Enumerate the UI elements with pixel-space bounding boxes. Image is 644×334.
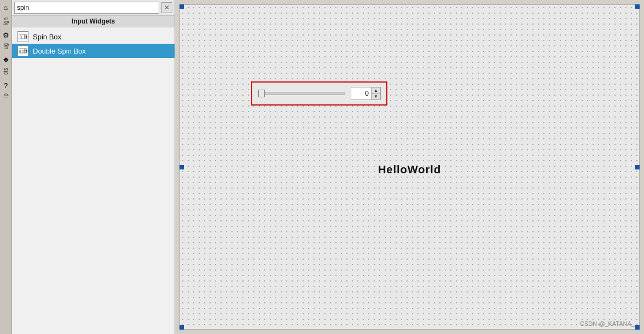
corner-handle-br[interactable] bbox=[635, 325, 640, 330]
watermark: CSDN @_KATANA_ bbox=[580, 320, 635, 327]
corner-handle-tl[interactable] bbox=[179, 4, 184, 9]
corner-handle-tr[interactable] bbox=[635, 4, 640, 9]
spinbox-icon: 0 ▲ ▼ bbox=[18, 31, 28, 42]
widget-item-double-spinbox-label: Double Spin Box bbox=[33, 47, 86, 55]
spinbox-up-button[interactable]: ▲ bbox=[372, 87, 380, 94]
search-input[interactable] bbox=[14, 2, 159, 14]
objects-icon[interactable]: ❖ bbox=[1, 54, 11, 65]
slider-track[interactable] bbox=[258, 92, 345, 95]
widget-item-spinbox[interactable]: 0 ▲ ▼ Spin Box bbox=[12, 30, 175, 44]
design-label[interactable]: ign bbox=[2, 15, 10, 27]
sidebar-icons-panel: ⌂ ign ⚙ ug ❖ cts ? lp bbox=[0, 0, 12, 334]
sidebar-help-group: ? lp bbox=[0, 79, 11, 100]
widget-panel: ✕ Input Widgets 0 ▲ ▼ Spin Box bbox=[12, 0, 175, 334]
svg-text:▼: ▼ bbox=[26, 36, 28, 39]
search-clear-button[interactable]: ✕ bbox=[161, 2, 172, 13]
svg-text:0: 0 bbox=[20, 35, 22, 39]
svg-text:▼: ▼ bbox=[26, 50, 28, 54]
spinbox-buttons: ▲ ▼ bbox=[371, 87, 380, 99]
search-bar: ✕ bbox=[12, 0, 175, 16]
spinbox-widget: ▲ ▼ bbox=[351, 87, 381, 100]
debug-label[interactable]: ug bbox=[2, 41, 10, 51]
help-label[interactable]: lp bbox=[2, 91, 10, 100]
home-icon[interactable]: ⌂ bbox=[1, 2, 11, 13]
gear-icon[interactable]: ⚙ bbox=[1, 30, 11, 40]
spinbox-down-button[interactable]: ▼ bbox=[372, 94, 380, 100]
sidebar-debug-group: ⚙ ug bbox=[0, 29, 11, 51]
category-header: Input Widgets bbox=[12, 16, 175, 27]
widget-list: 0 ▲ ▼ Spin Box 0.0 ▲ ▼ Do bbox=[12, 27, 175, 60]
help-icon[interactable]: ? bbox=[1, 80, 11, 91]
edge-handle-left[interactable] bbox=[179, 165, 184, 169]
edge-handle-right[interactable] bbox=[635, 165, 640, 169]
slider-thumb[interactable] bbox=[258, 90, 265, 97]
spinbox-input[interactable] bbox=[351, 87, 371, 99]
widget-item-double-spinbox[interactable]: 0.0 ▲ ▼ Double Spin Box bbox=[12, 44, 175, 58]
sidebar-objects-group: ❖ cts bbox=[0, 54, 11, 77]
objects-label[interactable]: cts bbox=[2, 66, 10, 77]
sidebar-home-group: ⌂ bbox=[0, 1, 11, 13]
double-spinbox-icon: 0.0 ▲ ▼ bbox=[18, 45, 28, 56]
canvas-widget-container: ▲ ▼ bbox=[251, 81, 387, 106]
sidebar-design-group: ign bbox=[0, 15, 11, 27]
main-area: ▲ ▼ HelloWorld CSDN @_KATANA_ bbox=[175, 0, 644, 334]
corner-handle-bl[interactable] bbox=[179, 325, 184, 330]
svg-text:0.0: 0.0 bbox=[19, 50, 24, 53]
hello-world-label: HelloWorld bbox=[378, 163, 441, 176]
widget-item-spinbox-label: Spin Box bbox=[33, 33, 61, 41]
canvas[interactable]: ▲ ▼ HelloWorld CSDN @_KATANA_ bbox=[179, 4, 640, 330]
